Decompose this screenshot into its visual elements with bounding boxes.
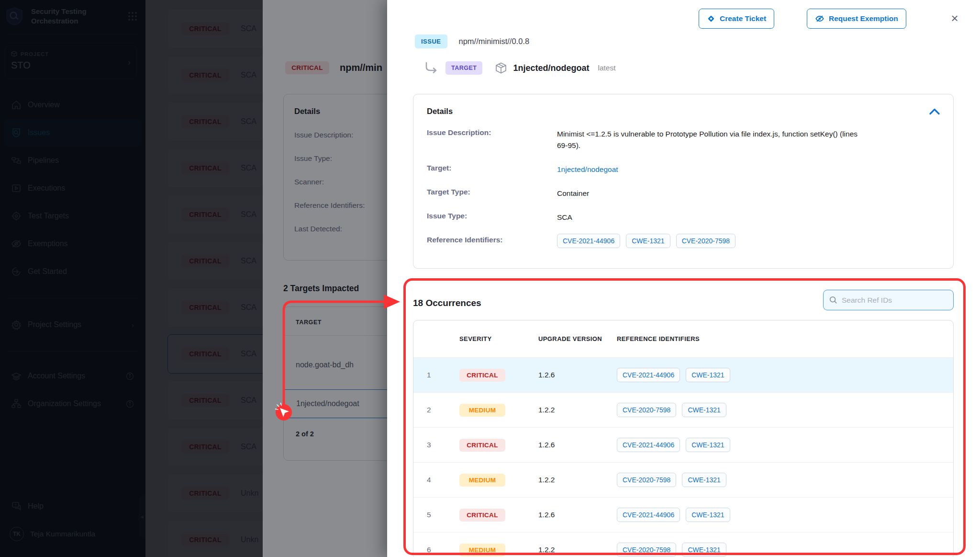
reference-chips: CVE-2020-7598 CWE-1321 — [617, 473, 953, 487]
issue-header: ISSUE npm//minimist//0.0.8 — [415, 34, 529, 48]
issue-name: npm//minimist//0.0.8 — [459, 37, 530, 46]
reference-id-chip[interactable]: CVE-2021-44906 — [617, 368, 680, 382]
column-header-severity: SEVERITY — [459, 335, 538, 342]
chevron-up-icon[interactable] — [929, 108, 940, 115]
details-card: Details Issue Description: Minimist <=1.… — [413, 94, 954, 269]
search-icon — [829, 296, 837, 305]
row-number: 1 — [423, 371, 459, 379]
reference-id-chip[interactable]: CVE-2020-7598 — [676, 234, 735, 248]
reference-id-chip[interactable]: CWE-1321 — [626, 234, 670, 248]
reference-id-chip[interactable]: CVE-2021-44906 — [617, 508, 680, 522]
create-ticket-button[interactable]: Create Ticket — [699, 9, 774, 29]
details-heading: Details — [427, 107, 453, 116]
upgrade-version: 1.2.2 — [538, 546, 617, 554]
occurrence-row[interactable]: 3 CRITICAL 1.2.6 CVE-2021-44906 CWE-1321 — [413, 427, 953, 462]
reference-id-chip[interactable]: CWE-1321 — [686, 438, 730, 452]
target-header: TARGET 1njected/nodegoat latest — [424, 61, 616, 75]
upgrade-version: 1.2.2 — [538, 476, 617, 484]
upgrade-version: 1.2.2 — [538, 406, 617, 414]
target-name: 1njected/nodegoat — [513, 63, 589, 73]
upgrade-version: 1.2.6 — [538, 511, 617, 519]
row-number: 3 — [423, 441, 459, 449]
search-input[interactable] — [842, 296, 947, 305]
field-label: Issue Type: — [427, 212, 557, 220]
issue-type-value: SCA — [557, 212, 940, 223]
reference-id-chip[interactable]: CVE-2020-7598 — [617, 473, 676, 487]
occurrence-modal: Create Ticket Request Exemption × ISSUE … — [387, 0, 980, 557]
severity-badge: CRITICAL — [459, 439, 505, 452]
reference-id-chip[interactable]: CVE-2020-7598 — [617, 403, 676, 417]
upgrade-version: 1.2.6 — [538, 441, 617, 449]
screen: Security Testing Orchestration PROJECT S… — [0, 0, 980, 557]
occurrence-row[interactable]: 2 MEDIUM 1.2.2 CVE-2020-7598 CWE-1321 — [413, 392, 953, 427]
occurrence-rows: 1 CRITICAL 1.2.6 CVE-2021-44906 CWE-1321… — [413, 357, 953, 557]
occurrences-heading: 18 Occurrences — [413, 298, 481, 308]
reference-id-chip[interactable]: CWE-1321 — [686, 508, 730, 522]
occurrence-row[interactable]: 5 CRITICAL 1.2.6 CVE-2021-44906 CWE-1321 — [413, 497, 953, 532]
reference-id-chip[interactable]: CWE-1321 — [682, 543, 726, 557]
target-tag: latest — [598, 64, 616, 72]
column-header-upgrade-version: UPGRADE VERSION — [538, 335, 617, 342]
severity-badge: MEDIUM — [459, 544, 505, 557]
field-label: Reference Identifiers: — [427, 236, 557, 244]
reference-chips: CVE-2021-44906 CWE-1321 — [617, 508, 953, 522]
issue-badge: ISSUE — [415, 34, 447, 48]
column-header-reference-identifiers: REFERENCE IDENTIFIERS — [617, 335, 953, 342]
reference-chip-list: CVE-2021-44906CWE-1321CVE-2020-7598 — [557, 234, 940, 248]
severity-badge: CRITICAL — [459, 369, 505, 382]
reference-id-chip[interactable]: CWE-1321 — [682, 473, 726, 487]
dim-overlay-front — [0, 0, 387, 557]
close-icon[interactable]: × — [946, 10, 963, 27]
target-link[interactable]: 1njected/nodegoat — [557, 165, 618, 173]
branch-arrow-icon — [424, 61, 438, 75]
exemption-eye-off-icon — [815, 14, 824, 23]
row-number: 5 — [423, 511, 459, 519]
target-badge: TARGET — [445, 61, 482, 75]
row-number: 6 — [423, 546, 459, 554]
reference-id-chip[interactable]: CWE-1321 — [682, 403, 726, 417]
issue-description-value: Minimist <=1.2.5 is vulnerable to Protot… — [557, 128, 858, 151]
occurrences-table: SEVERITY UPGRADE VERSION REFERENCE IDENT… — [413, 320, 954, 557]
row-number: 2 — [423, 406, 459, 414]
severity-badge: CRITICAL — [459, 509, 505, 522]
row-number: 4 — [423, 476, 459, 484]
reference-id-chip[interactable]: CVE-2021-44906 — [617, 438, 680, 452]
table-header-row: SEVERITY UPGRADE VERSION REFERENCE IDENT… — [413, 320, 953, 357]
severity-badge: MEDIUM — [459, 404, 505, 417]
request-exemption-button[interactable]: Request Exemption — [807, 9, 906, 29]
field-label: Target Type: — [427, 188, 557, 196]
occurrence-row[interactable]: 4 MEDIUM 1.2.2 CVE-2020-7598 CWE-1321 — [413, 462, 953, 497]
field-label: Issue Description: — [427, 128, 557, 137]
search-ref-ids[interactable] — [823, 290, 954, 310]
reference-chips: CVE-2020-7598 CWE-1321 — [617, 403, 953, 417]
reference-chips: CVE-2021-44906 CWE-1321 — [617, 438, 953, 452]
reference-chips: CVE-2021-44906 CWE-1321 — [617, 368, 953, 382]
severity-badge: MEDIUM — [459, 474, 505, 487]
field-label: Target: — [427, 164, 557, 172]
upgrade-version: 1.2.6 — [538, 371, 617, 379]
occurrence-row[interactable]: 6 MEDIUM 1.2.2 CVE-2020-7598 CWE-1321 — [413, 532, 953, 557]
reference-id-chip[interactable]: CWE-1321 — [686, 368, 730, 382]
ticket-diamond-icon — [707, 14, 715, 23]
reference-id-chip[interactable]: CVE-2021-44906 — [557, 234, 620, 248]
package-cube-icon — [495, 62, 507, 74]
target-type-value: Container — [557, 188, 940, 199]
reference-id-chip[interactable]: CVE-2020-7598 — [617, 543, 676, 557]
occurrence-row[interactable]: 1 CRITICAL 1.2.6 CVE-2021-44906 CWE-1321 — [413, 357, 953, 392]
reference-chips: CVE-2020-7598 CWE-1321 — [617, 543, 953, 557]
